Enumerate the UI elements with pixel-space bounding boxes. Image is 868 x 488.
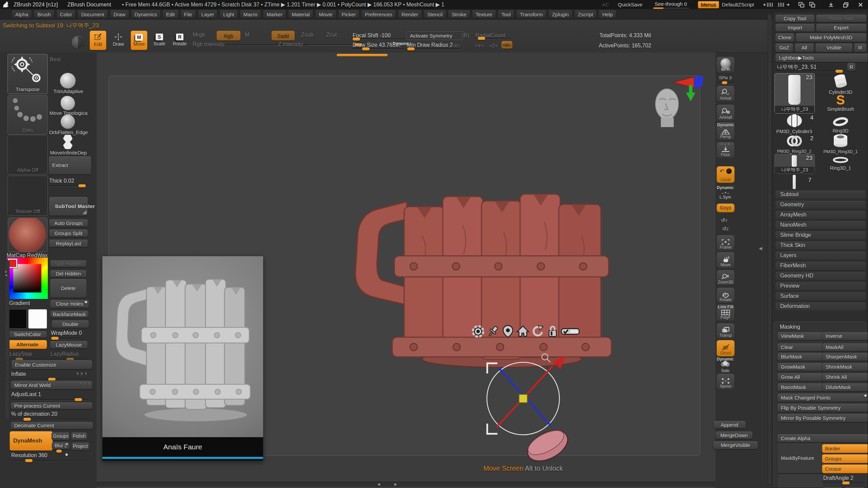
mrgb-button[interactable]: Mrgb	[193, 32, 205, 38]
canvas-bottom-scrollbar[interactable]: ◂ ▸	[97, 482, 715, 487]
tray-scrollbar[interactable]: ▸◂	[5, 260, 9, 420]
tool-item[interactable]: S SimpleBrush	[820, 94, 861, 112]
menu-item[interactable]: Color	[56, 10, 76, 19]
viewmask-button[interactable]: ViewMask	[777, 332, 824, 340]
maskall-button[interactable]: MaskAll	[822, 343, 868, 351]
gizmo-location-icon[interactable]	[501, 325, 515, 338]
rotate-z-icon[interactable]: ↺Z	[722, 226, 729, 232]
backface-mask-button[interactable]: BackfaceMask	[50, 310, 89, 318]
menu-item[interactable]: Edit	[162, 10, 179, 19]
feature-border-button[interactable]: Border	[822, 444, 868, 453]
setdir-button[interactable]: SetDir	[822, 487, 843, 488]
draft-angle-slider[interactable]	[822, 481, 865, 485]
gradient-toggle[interactable]: Gradient	[9, 300, 30, 306]
menu-item[interactable]: Texture	[472, 10, 496, 19]
menus-button[interactable]: Menus	[698, 1, 719, 8]
groups-split-button[interactable]: Groups Split	[49, 229, 88, 237]
menu-item[interactable]: Material	[288, 10, 313, 19]
mirror-xyz-toggles[interactable]: x y z	[79, 382, 90, 385]
tool-section[interactable]: Deformation	[775, 302, 866, 311]
boostmask-button[interactable]: BoostMask	[777, 383, 824, 391]
goz-button[interactable]: GoZ	[775, 43, 793, 52]
make-polymesh3d-button[interactable]: Make PolyMesh3D	[795, 33, 867, 42]
merge-visible-button[interactable]: MergeVisible	[713, 441, 758, 449]
feature-crease-button[interactable]: Crease	[822, 464, 868, 473]
menu-item[interactable]: Brush	[34, 10, 54, 19]
zcut-button[interactable]: Zcut	[326, 32, 337, 38]
menu-item[interactable]: Stroke	[448, 10, 470, 19]
clone-button[interactable]: Clone	[775, 33, 794, 42]
delete-button[interactable]: Delete	[50, 279, 87, 298]
restore-icon[interactable]	[843, 2, 849, 7]
persp-button[interactable]: Dynamic Persp	[716, 122, 735, 140]
paste-tool-button[interactable]: Paste Tool	[816, 14, 867, 22]
flip-posable-symmetry-button[interactable]: Flip By Posable Symmetry	[777, 403, 868, 412]
lazy-step-label[interactable]: LazyStep	[9, 351, 32, 357]
symmetry-x-button[interactable]: >X<	[451, 43, 460, 48]
draw-size-track[interactable]	[352, 47, 404, 50]
gxyz-button[interactable]: Gxyz	[716, 203, 735, 212]
menu-item[interactable]: Picker	[338, 10, 360, 19]
gizmo-gear-icon[interactable]	[471, 325, 485, 338]
goz-visible-button[interactable]: Visible	[815, 43, 853, 52]
menu-item[interactable]: Help	[598, 10, 616, 19]
menu-item[interactable]: Layer	[198, 10, 218, 19]
xpose-button[interactable]: Xpose	[716, 373, 735, 390]
current-tool-slider[interactable]	[775, 69, 845, 73]
brush-orb-flatten-label[interactable]: OrbFlatten_Edge	[47, 129, 90, 135]
goz-all-button[interactable]: All	[794, 43, 814, 52]
right-tray-collapse-arrow[interactable]: ◂	[759, 244, 762, 252]
inflate-xyz-toggles[interactable]: x y z	[77, 371, 87, 375]
texture-slot[interactable]: Texture Off	[7, 176, 48, 216]
decimate-current-button[interactable]: Decimate Current	[11, 422, 93, 429]
menu-item[interactable]: Alpha	[12, 10, 32, 19]
sharpenmask-button[interactable]: SharpenMask	[822, 352, 868, 361]
brush-orb-flatten-icon[interactable]	[61, 115, 75, 129]
minimize-icon[interactable]	[828, 2, 834, 7]
merge-down-button[interactable]: MergeDown	[715, 431, 753, 439]
dynamesh-blur-button[interactable]: Blur 2	[52, 442, 70, 449]
bpr-button[interactable]: BPR	[716, 57, 735, 73]
tool-section[interactable]: NanoMesh	[775, 221, 866, 229]
dock-panes-icon[interactable]	[763, 2, 790, 7]
projection-master-icon[interactable]	[71, 35, 85, 49]
create-alpha-button[interactable]: Create Alpha	[777, 434, 868, 443]
floor-xyz-toggles[interactable]: x y z	[721, 142, 730, 145]
spix-slider[interactable]	[717, 81, 733, 84]
default-zscript-button[interactable]: DefaultZScript	[722, 2, 754, 7]
split-hidden-button[interactable]: Split Hidden	[50, 260, 87, 267]
lsym-button[interactable]: ←▪→ L.Sym	[716, 190, 734, 200]
main-color-swatch[interactable]	[7, 309, 27, 329]
symmetry-y-button[interactable]: >Y<	[475, 43, 484, 48]
masking-title[interactable]: Masking	[780, 324, 800, 330]
gizmo-reset-icon[interactable]	[531, 325, 545, 338]
copy-tool-button[interactable]: Copy Tool	[775, 14, 815, 22]
activate-symmetry-button[interactable]: Activate Symmetry	[406, 31, 465, 40]
menu-item[interactable]: Movie	[315, 10, 336, 19]
menu-item[interactable]: Transform	[516, 10, 547, 19]
radial-count-track[interactable]	[475, 37, 511, 40]
scale-button[interactable]: S Scale	[151, 30, 167, 49]
secondary-color-swatch[interactable]	[28, 309, 47, 329]
adjust-last-label[interactable]: AdjustLast 1	[11, 391, 41, 398]
menu-item[interactable]: Tool	[498, 10, 515, 19]
menu-item[interactable]: Document	[77, 10, 108, 19]
close-holes-button[interactable]: Close Holes	[50, 300, 89, 308]
thick-slider-label[interactable]: Thick 0.02	[49, 178, 74, 184]
enable-customize-button[interactable]: Enable Customize	[11, 360, 93, 369]
gizmo-lock-icon[interactable]	[546, 325, 559, 338]
dynamesh-project-button[interactable]: Project	[71, 442, 90, 450]
menu-item[interactable]: File	[180, 10, 196, 19]
lazy-mouse-button[interactable]: LazyMouse	[50, 341, 88, 349]
mirror-posable-symmetry-button[interactable]: Mirror By Posable Symmetry	[777, 413, 868, 422]
close-icon[interactable]	[858, 2, 863, 7]
rotate-y-icon[interactable]: ↺Y	[721, 217, 727, 223]
focal-shift-track[interactable]	[352, 37, 404, 41]
solo-button[interactable]: Solo	[716, 361, 734, 373]
lightbox-tools-button[interactable]: Lightbox▶Tools	[775, 53, 868, 62]
menu-item[interactable]: Dynamics	[131, 10, 161, 19]
switch-color-button[interactable]: SwitchColor	[8, 331, 47, 338]
menu-item[interactable]: Zscript	[574, 10, 597, 19]
double-button[interactable]: Double	[52, 320, 89, 328]
export-button[interactable]: Export	[816, 23, 867, 32]
